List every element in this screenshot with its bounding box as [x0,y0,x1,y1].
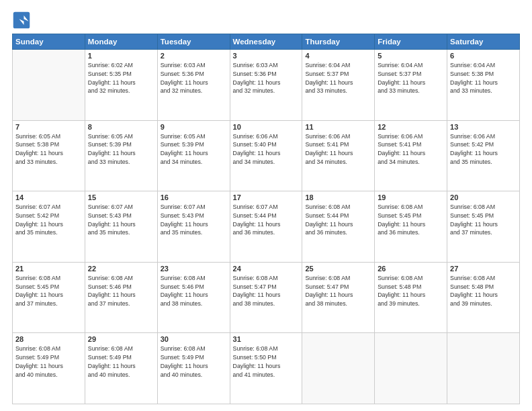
calendar-cell: 17Sunrise: 6:07 AM Sunset: 5:44 PM Dayli… [230,191,302,263]
day-info: Sunrise: 6:07 AM Sunset: 5:43 PM Dayligh… [88,203,154,237]
day-info: Sunrise: 6:08 AM Sunset: 5:50 PM Dayligh… [233,345,300,379]
day-info: Sunrise: 6:07 AM Sunset: 5:42 PM Dayligh… [15,203,82,237]
logo-icon [12,11,31,30]
day-number: 1 [88,52,154,60]
calendar-cell [302,333,375,404]
logo [12,11,34,30]
calendar-cell: 10Sunrise: 6:06 AM Sunset: 5:40 PM Dayli… [230,120,302,191]
calendar-cell: 9Sunrise: 6:05 AM Sunset: 5:39 PM Daylig… [157,120,230,191]
day-info: Sunrise: 6:03 AM Sunset: 5:36 PM Dayligh… [233,61,300,95]
week-row: 7Sunrise: 6:05 AM Sunset: 5:38 PM Daylig… [13,120,520,191]
calendar-cell: 29Sunrise: 6:08 AM Sunset: 5:49 PM Dayli… [85,333,157,404]
day-number: 14 [15,193,82,201]
day-info: Sunrise: 6:06 AM Sunset: 5:41 PM Dayligh… [378,132,444,167]
calendar-cell: 2Sunrise: 6:03 AM Sunset: 5:36 PM Daylig… [157,50,230,121]
calendar-cell: 27Sunrise: 6:08 AM Sunset: 5:48 PM Dayli… [447,262,520,333]
calendar-cell: 13Sunrise: 6:06 AM Sunset: 5:42 PM Dayli… [447,120,520,191]
calendar-cell: 21Sunrise: 6:08 AM Sunset: 5:45 PM Dayli… [13,262,85,333]
day-info: Sunrise: 6:08 AM Sunset: 5:45 PM Dayligh… [15,274,82,308]
day-number: 24 [233,265,300,273]
weekday-header: Tuesday [157,34,230,50]
day-info: Sunrise: 6:07 AM Sunset: 5:44 PM Dayligh… [233,203,300,237]
day-number: 6 [450,52,517,60]
calendar-cell: 12Sunrise: 6:06 AM Sunset: 5:41 PM Dayli… [375,120,447,191]
calendar-cell: 30Sunrise: 6:08 AM Sunset: 5:49 PM Dayli… [157,333,230,404]
calendar-cell: 31Sunrise: 6:08 AM Sunset: 5:50 PM Dayli… [230,333,302,404]
week-row: 28Sunrise: 6:08 AM Sunset: 5:49 PM Dayli… [13,333,520,404]
day-number: 12 [378,123,444,131]
day-info: Sunrise: 6:08 AM Sunset: 5:46 PM Dayligh… [88,274,154,308]
day-number: 10 [233,123,300,131]
weekday-header: Wednesday [230,34,302,50]
day-number: 17 [233,193,300,201]
calendar-cell [13,50,85,121]
weekday-header: Thursday [302,34,375,50]
day-info: Sunrise: 6:07 AM Sunset: 5:43 PM Dayligh… [161,203,227,237]
day-number: 3 [233,52,300,60]
day-number: 22 [88,265,154,273]
calendar-cell: 1Sunrise: 6:02 AM Sunset: 5:35 PM Daylig… [85,50,157,121]
day-number: 4 [305,52,371,60]
calendar-cell [447,333,520,404]
day-number: 18 [305,193,371,201]
day-number: 21 [15,265,82,273]
day-number: 29 [88,335,154,343]
calendar-cell: 16Sunrise: 6:07 AM Sunset: 5:43 PM Dayli… [157,191,230,263]
day-info: Sunrise: 6:08 AM Sunset: 5:45 PM Dayligh… [450,203,517,237]
day-info: Sunrise: 6:06 AM Sunset: 5:42 PM Dayligh… [450,132,517,167]
day-number: 8 [88,123,154,131]
day-number: 2 [161,52,227,60]
day-info: Sunrise: 6:08 AM Sunset: 5:46 PM Dayligh… [161,274,227,308]
day-info: Sunrise: 6:08 AM Sunset: 5:45 PM Dayligh… [378,203,444,237]
calendar-cell: 3Sunrise: 6:03 AM Sunset: 5:36 PM Daylig… [230,50,302,121]
day-number: 15 [88,193,154,201]
calendar-cell: 19Sunrise: 6:08 AM Sunset: 5:45 PM Dayli… [375,191,447,263]
calendar-cell: 22Sunrise: 6:08 AM Sunset: 5:46 PM Dayli… [85,262,157,333]
calendar-cell: 23Sunrise: 6:08 AM Sunset: 5:46 PM Dayli… [157,262,230,333]
day-number: 27 [450,265,517,273]
day-info: Sunrise: 6:06 AM Sunset: 5:40 PM Dayligh… [233,132,300,167]
day-info: Sunrise: 6:06 AM Sunset: 5:41 PM Dayligh… [305,132,371,167]
calendar-cell: 20Sunrise: 6:08 AM Sunset: 5:45 PM Dayli… [447,191,520,263]
day-number: 9 [161,123,227,131]
day-number: 19 [378,193,444,201]
calendar-cell: 11Sunrise: 6:06 AM Sunset: 5:41 PM Dayli… [302,120,375,191]
calendar-cell: 15Sunrise: 6:07 AM Sunset: 5:43 PM Dayli… [85,191,157,263]
day-info: Sunrise: 6:04 AM Sunset: 5:37 PM Dayligh… [378,61,444,95]
day-info: Sunrise: 6:08 AM Sunset: 5:44 PM Dayligh… [305,203,371,237]
day-number: 31 [233,335,300,343]
day-number: 30 [161,335,227,343]
day-info: Sunrise: 6:08 AM Sunset: 5:49 PM Dayligh… [88,345,154,379]
day-info: Sunrise: 6:08 AM Sunset: 5:49 PM Dayligh… [15,345,82,379]
calendar-cell: 7Sunrise: 6:05 AM Sunset: 5:38 PM Daylig… [13,120,85,191]
calendar-cell: 6Sunrise: 6:04 AM Sunset: 5:38 PM Daylig… [447,50,520,121]
day-info: Sunrise: 6:08 AM Sunset: 5:49 PM Dayligh… [161,345,227,379]
weekday-header-row: SundayMondayTuesdayWednesdayThursdayFrid… [13,34,520,50]
weekday-header: Friday [375,34,447,50]
day-info: Sunrise: 6:08 AM Sunset: 5:47 PM Dayligh… [305,274,371,308]
week-row: 1Sunrise: 6:02 AM Sunset: 5:35 PM Daylig… [13,50,520,121]
weekday-header: Saturday [447,34,520,50]
day-info: Sunrise: 6:08 AM Sunset: 5:48 PM Dayligh… [450,274,517,308]
weekday-header: Monday [85,34,157,50]
day-number: 13 [450,123,517,131]
calendar-cell: 28Sunrise: 6:08 AM Sunset: 5:49 PM Dayli… [13,333,85,404]
calendar-cell: 25Sunrise: 6:08 AM Sunset: 5:47 PM Dayli… [302,262,375,333]
day-info: Sunrise: 6:04 AM Sunset: 5:37 PM Dayligh… [305,61,371,95]
day-number: 16 [161,193,227,201]
day-info: Sunrise: 6:03 AM Sunset: 5:36 PM Dayligh… [161,61,227,95]
page-header [12,11,520,30]
calendar-cell: 14Sunrise: 6:07 AM Sunset: 5:42 PM Dayli… [13,191,85,263]
calendar-cell [375,333,447,404]
weekday-header: Sunday [13,34,85,50]
week-row: 14Sunrise: 6:07 AM Sunset: 5:42 PM Dayli… [13,191,520,263]
calendar-table: SundayMondayTuesdayWednesdayThursdayFrid… [12,34,520,404]
day-info: Sunrise: 6:05 AM Sunset: 5:38 PM Dayligh… [15,132,82,167]
calendar-cell: 4Sunrise: 6:04 AM Sunset: 5:37 PM Daylig… [302,50,375,121]
calendar-cell: 5Sunrise: 6:04 AM Sunset: 5:37 PM Daylig… [375,50,447,121]
day-info: Sunrise: 6:08 AM Sunset: 5:48 PM Dayligh… [378,274,444,308]
day-number: 20 [450,193,517,201]
calendar-cell: 8Sunrise: 6:05 AM Sunset: 5:39 PM Daylig… [85,120,157,191]
calendar-cell: 18Sunrise: 6:08 AM Sunset: 5:44 PM Dayli… [302,191,375,263]
day-number: 11 [305,123,371,131]
